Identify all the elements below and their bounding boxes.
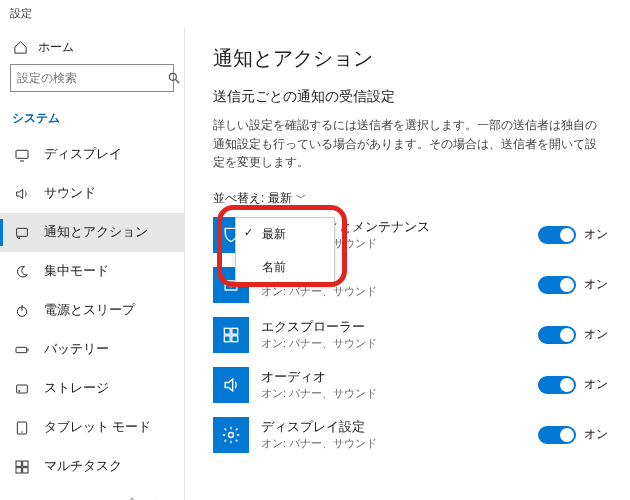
sidebar-item-multitask[interactable]: マルチタスク [0, 447, 184, 486]
storage-icon [14, 381, 30, 397]
app-sub: オン: バナー、サウンド [261, 284, 526, 299]
svg-rect-13 [16, 461, 21, 466]
sidebar-item-label: サウンド [44, 185, 96, 202]
svg-rect-19 [224, 328, 230, 334]
app-name: エクスプローラー [261, 319, 526, 336]
toggle-switch[interactable] [538, 376, 576, 394]
sidebar-item-label: マルチタスク [44, 458, 122, 475]
power-icon [14, 303, 30, 319]
home-label: ホーム [38, 39, 74, 56]
section-title: 送信元ごとの通知の受信設定 [213, 88, 608, 106]
sidebar-item-tablet[interactable]: タブレット モード [0, 408, 184, 447]
toggle-label: オン [584, 226, 608, 243]
sidebar-nav: ディスプレイ サウンド 通知とアクション 集中モード 電源とスリープ [0, 135, 184, 500]
svg-rect-21 [224, 336, 230, 342]
app-item-explorer[interactable]: エクスプローラー オン: バナー、サウンド オン [213, 317, 608, 353]
app-sub: オン: バナー、サウンド [261, 386, 526, 401]
sort-value: 最新 [268, 190, 292, 207]
sidebar-item-focus[interactable]: 集中モード [0, 252, 184, 291]
app-sub: オン: バナー、サウンド [261, 336, 526, 351]
window-title: 設定 [0, 0, 630, 27]
sidebar-item-display[interactable]: ディスプレイ [0, 135, 184, 174]
toggle-switch[interactable] [538, 326, 576, 344]
app-sub: オン: バナー、サウンド [261, 436, 526, 451]
svg-rect-20 [232, 328, 238, 334]
svg-rect-15 [16, 467, 21, 472]
svg-rect-4 [17, 228, 28, 236]
app-name: オーディオ [261, 369, 526, 386]
main-content: 通知とアクション 送信元ごとの通知の受信設定 詳しい設定を確認するには送信者を選… [185, 27, 630, 500]
settings-icon [213, 417, 249, 453]
section-description: 詳しい設定を確認するには送信者を選択します。一部の送信者は独自の通知設定も行って… [213, 116, 608, 172]
toggle-switch[interactable] [538, 226, 576, 244]
page-title: 通知とアクション [213, 45, 608, 72]
multitask-icon [14, 459, 30, 475]
toggle-label: オン [584, 426, 608, 443]
tablet-icon [14, 420, 30, 436]
home-button[interactable]: ホーム [0, 31, 184, 64]
search-input[interactable] [10, 64, 174, 92]
svg-point-0 [169, 73, 176, 80]
toggle-switch[interactable] [538, 276, 576, 294]
sort-selector[interactable]: 並べ替え: 最新 ﹀ [213, 190, 608, 207]
sidebar-item-label: タブレット モード [44, 419, 151, 436]
sidebar-item-label: ストレージ [44, 380, 109, 397]
svg-rect-7 [16, 347, 27, 352]
sidebar-item-label: 電源とスリープ [44, 302, 135, 319]
sound-icon [14, 186, 30, 202]
focus-icon [14, 264, 30, 280]
toggle-label: オン [584, 326, 608, 343]
sidebar-item-sound[interactable]: サウンド [0, 174, 184, 213]
sort-label: 並べ替え: [213, 190, 264, 207]
svg-point-23 [229, 432, 234, 437]
dropdown-item-name[interactable]: 名前 [236, 251, 334, 284]
sidebar: ホーム システム ディスプレイ サウンド [0, 27, 185, 500]
chevron-down-icon: ﹀ [296, 191, 306, 205]
toggle-label: オン [584, 276, 608, 293]
svg-rect-22 [232, 336, 238, 342]
sidebar-item-label: ディスプレイ [44, 146, 122, 163]
sidebar-item-notifications[interactable]: 通知とアクション [0, 213, 184, 252]
home-icon [12, 40, 28, 56]
sidebar-item-label: バッテリー [44, 341, 109, 358]
svg-rect-14 [23, 461, 28, 466]
dropdown-item-latest[interactable]: 最新 [236, 218, 334, 251]
explorer-icon [213, 317, 249, 353]
sidebar-item-battery[interactable]: バッテリー [0, 330, 184, 369]
search-icon [167, 71, 181, 85]
sidebar-item-label: 通知とアクション [44, 224, 148, 241]
svg-rect-9 [17, 385, 28, 393]
svg-rect-2 [16, 150, 28, 158]
svg-line-1 [176, 80, 180, 84]
svg-rect-16 [23, 467, 28, 472]
svg-point-10 [19, 390, 20, 391]
app-item-displaysettings[interactable]: ディスプレイ設定 オン: バナー、サウンド オン [213, 417, 608, 453]
sidebar-item-power[interactable]: 電源とスリープ [0, 291, 184, 330]
sort-dropdown[interactable]: 最新 名前 [235, 217, 335, 285]
sidebar-item-projection[interactable]: この PC へのプロジェクション [0, 486, 184, 500]
audio-icon [213, 367, 249, 403]
notifications-icon [14, 225, 30, 241]
toggle-label: オン [584, 376, 608, 393]
toggle-switch[interactable] [538, 426, 576, 444]
app-item-audio[interactable]: オーディオ オン: バナー、サウンド オン [213, 367, 608, 403]
sidebar-item-label: 集中モード [44, 263, 109, 280]
sidebar-item-storage[interactable]: ストレージ [0, 369, 184, 408]
sidebar-section-label: システム [0, 100, 184, 135]
display-icon [14, 147, 30, 163]
app-name: ディスプレイ設定 [261, 419, 526, 436]
search-field[interactable] [17, 71, 167, 85]
battery-icon [14, 342, 30, 358]
